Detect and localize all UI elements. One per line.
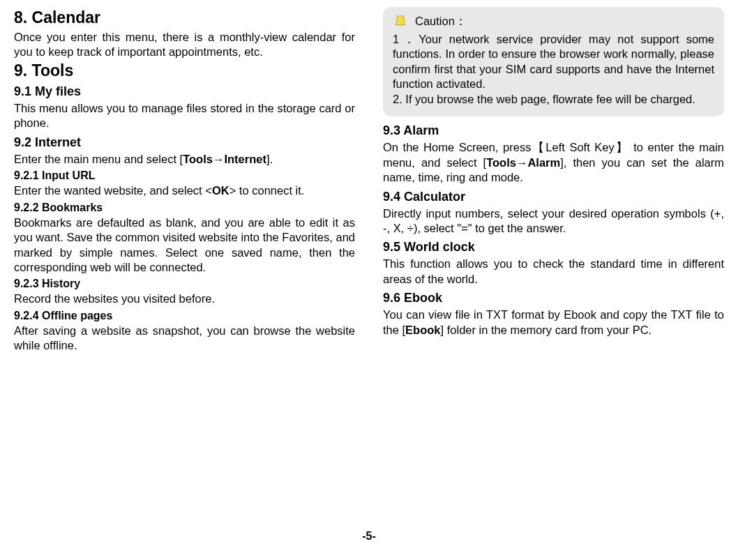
left-column: 8. Calendar Once you enter this menu, th… [14, 7, 355, 523]
heading-bookmarks: 9.2.2 Bookmarks [14, 202, 355, 214]
heading-offline: 9.2.4 Offline pages [14, 310, 355, 322]
bold-text: OK [212, 184, 229, 197]
para-calendar: Once you enter this menu, there is a mon… [14, 30, 355, 60]
page-number: -5- [14, 530, 724, 543]
text-segment: Enter the wanted website, and select < [14, 184, 212, 197]
caution-text-2: 2. If you browse the web page, flowrate … [393, 92, 714, 107]
heading-alarm: 9.3 Alarm [383, 123, 724, 138]
bold-text: Ebook [405, 324, 440, 336]
text-segment: > to connect it. [229, 184, 305, 197]
text-segment: ]. [266, 153, 273, 165]
right-column: Caution： 1．Your network service provider… [383, 7, 724, 523]
bell-icon [393, 14, 408, 29]
heading-calculator: 9.4 Calculator [383, 190, 724, 204]
heading-inputurl: 9.2.1 Input URL [14, 169, 355, 182]
para-bookmarks: Bookmarks are defaulted as blank, and yo… [14, 215, 355, 275]
para-inputurl: Enter the wanted website, and select <OK… [14, 183, 355, 198]
page-body: 8. Calendar Once you enter this menu, th… [14, 7, 724, 523]
para-calculator: Directly input numbers, select your desi… [383, 206, 724, 236]
caution-text-1: 1．Your network service provider may not … [393, 32, 714, 92]
para-ebook: You can view file in TXT format by Ebook… [383, 308, 724, 338]
para-alarm: On the Home Screen, press【Left Soft Key】… [383, 140, 724, 185]
para-worldclock: This function allows you to check the st… [383, 257, 724, 287]
bold-text: Tools→Alarm [486, 156, 560, 169]
caution-title-row: Caution： [393, 14, 714, 29]
para-history: Record the websites you visited before. [14, 292, 355, 306]
heading-tools: 9. Tools [14, 61, 355, 80]
para-internet: Enter the main menu and select [Tools→In… [14, 152, 355, 167]
para-myfiles: This menu allows you to manage files sto… [14, 101, 355, 131]
para-offline: After saving a website as snapshot, you … [14, 324, 355, 354]
caution-box: Caution： 1．Your network service provider… [383, 7, 724, 116]
heading-worldclock: 9.5 World clock [383, 240, 724, 255]
bold-text: Tools→Internet [183, 153, 266, 165]
caution-label: Caution： [415, 14, 467, 29]
heading-myfiles: 9.1 My files [14, 84, 355, 99]
text-segment: Enter the main menu and select [ [14, 153, 183, 165]
heading-calendar: 8. Calendar [14, 8, 355, 27]
heading-internet: 9.2 Internet [14, 135, 355, 150]
heading-ebook: 9.6 Ebook [383, 291, 724, 305]
text-segment: ] folder in the memory card from your PC… [441, 324, 652, 336]
heading-history: 9.2.3 History [14, 278, 355, 290]
